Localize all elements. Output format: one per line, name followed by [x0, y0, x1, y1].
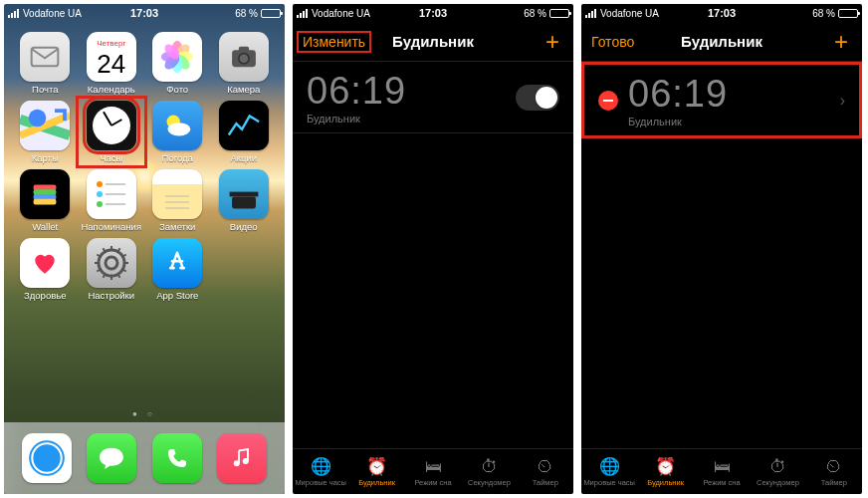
- alarm-row[interactable]: 06:19 Будильник ›: [581, 62, 862, 138]
- weather-icon: [152, 101, 202, 150]
- add-alarm-button[interactable]: +: [834, 30, 848, 54]
- music-icon: [217, 433, 267, 483]
- tab-Секундомер[interactable]: ⏱Секундомер: [461, 449, 517, 494]
- health-icon: [20, 238, 70, 288]
- dock-app-msg[interactable]: [87, 433, 136, 483]
- battery-icon: [261, 9, 281, 18]
- clock-app: Vodafone UA 17:03 68 % Готово Будильник …: [581, 4, 862, 494]
- app-label: Акции: [230, 152, 257, 163]
- page-dots[interactable]: ● ○: [4, 409, 285, 418]
- app-label: Карты: [32, 152, 59, 163]
- phone-home: Vodafone UA 17:03 68 % ПочтаЧетверг24Кал…: [4, 4, 285, 494]
- nav-title: Будильник: [392, 33, 474, 50]
- app-label: Настройки: [88, 290, 134, 301]
- svg-point-23: [97, 201, 103, 207]
- tab-label: Мировые часы: [583, 478, 635, 487]
- battery-icon: [549, 9, 569, 18]
- app-label: App Store: [156, 290, 198, 301]
- stocks-icon: [219, 101, 269, 150]
- signal-icon: [585, 9, 596, 18]
- app-cal[interactable]: Четверг24Календарь: [81, 32, 143, 95]
- svg-point-16: [168, 123, 191, 135]
- dock: [4, 422, 285, 494]
- nav-bar: Готово Будильник +: [581, 22, 862, 62]
- tab-Мировые часы[interactable]: 🌐Мировые часы: [293, 449, 348, 494]
- alarm-row[interactable]: 06:19 Будильник: [293, 62, 573, 133]
- tab-icon: 🌐: [311, 457, 331, 477]
- cal-icon: Четверг24: [87, 32, 136, 82]
- tab-label: Режим сна: [703, 478, 740, 487]
- battery-icon: [838, 9, 858, 18]
- svg-rect-30: [229, 192, 258, 197]
- tab-Режим сна[interactable]: 🛏Режим сна: [405, 449, 461, 494]
- svg-point-50: [243, 458, 249, 464]
- dock-app-safari[interactable]: [22, 433, 72, 483]
- app-photo[interactable]: Фото: [146, 32, 209, 95]
- svg-point-21: [97, 181, 103, 187]
- tab-icon: ⏱: [481, 457, 498, 477]
- store-icon: [152, 238, 202, 288]
- dock-app-music[interactable]: [217, 433, 267, 483]
- app-clock[interactable]: Часы: [76, 96, 148, 168]
- nav-title: Будильник: [681, 33, 762, 50]
- app-wallet[interactable]: Wallet: [14, 169, 77, 232]
- tab-Секундомер[interactable]: ⏱Секундомер: [750, 449, 805, 494]
- tab-label: Режим сна: [414, 478, 451, 487]
- svg-rect-0: [32, 48, 59, 67]
- tab-label: Будильник: [358, 478, 395, 487]
- rem-icon: [87, 169, 136, 219]
- app-maps[interactable]: Карты: [14, 101, 77, 163]
- app-health[interactable]: Здоровье: [14, 238, 77, 301]
- app-weather[interactable]: Погода: [146, 101, 209, 163]
- tab-Будильник[interactable]: ⏰Будильник: [348, 449, 404, 494]
- app-label: Календарь: [88, 84, 135, 95]
- tab-icon: ⏲: [825, 457, 842, 477]
- app-notes[interactable]: Заметки: [146, 169, 209, 232]
- tab-bar: 🌐Мировые часы⏰Будильник🛏Режим сна⏱Секунд…: [293, 448, 573, 494]
- svg-point-49: [234, 460, 240, 466]
- tab-label: Таймер: [821, 478, 847, 487]
- dock-app-phone[interactable]: [152, 433, 202, 483]
- apps-grid: ПочтаЧетверг24КалендарьФотоКамераКартыЧа…: [4, 26, 285, 307]
- video-icon: [219, 169, 269, 219]
- tab-Мировые часы[interactable]: 🌐Мировые часы: [581, 449, 637, 494]
- msg-icon: [87, 433, 136, 483]
- tab-Режим сна[interactable]: 🛏Режим сна: [694, 449, 750, 494]
- tab-Таймер[interactable]: ⏲Таймер: [806, 449, 862, 494]
- battery-pct: 68 %: [812, 8, 835, 19]
- tab-Будильник[interactable]: ⏰Будильник: [637, 449, 693, 494]
- phone-alarm-edit: Vodafone UA 17:03 68 % Готово Будильник …: [581, 4, 862, 494]
- add-alarm-button[interactable]: +: [545, 30, 559, 54]
- carrier-label: Vodafone UA: [312, 8, 370, 19]
- notes-icon: [152, 169, 202, 219]
- edit-button[interactable]: Изменить: [297, 31, 371, 53]
- svg-rect-40: [110, 275, 112, 280]
- svg-point-48: [33, 444, 60, 471]
- set-icon: [87, 238, 136, 288]
- done-button[interactable]: Готово: [591, 34, 634, 50]
- app-rem[interactable]: Напоминания: [81, 169, 143, 232]
- app-cam[interactable]: Камера: [213, 32, 276, 95]
- app-store[interactable]: App Store: [146, 238, 209, 301]
- app-stocks[interactable]: Акции: [213, 101, 276, 163]
- tab-Таймер[interactable]: ⏲Таймер: [518, 449, 573, 494]
- status-bar: Vodafone UA 17:03 68 %: [293, 4, 573, 22]
- mail-icon: [20, 32, 70, 82]
- app-mail[interactable]: Почта: [14, 32, 77, 95]
- alarm-toggle[interactable]: [516, 85, 559, 111]
- nav-bar: Изменить Будильник +: [293, 22, 573, 62]
- tab-bar: 🌐Мировые часы⏰Будильник🛏Режим сна⏱Секунд…: [581, 448, 862, 494]
- photo-icon: [152, 32, 202, 82]
- safari-icon: [22, 433, 72, 483]
- tab-label: Будильник: [647, 478, 684, 487]
- app-set[interactable]: Настройки: [81, 238, 143, 301]
- status-bar: Vodafone UA 17:03 68 %: [581, 4, 862, 22]
- status-time: 17:03: [708, 7, 736, 19]
- battery-pct: 68 %: [235, 8, 258, 19]
- carrier-label: Vodafone UA: [600, 8, 659, 19]
- app-video[interactable]: Видео: [213, 169, 276, 232]
- app-label: Фото: [166, 84, 188, 95]
- delete-alarm-icon[interactable]: [598, 91, 618, 111]
- svg-rect-31: [232, 196, 256, 208]
- svg-point-22: [97, 191, 103, 197]
